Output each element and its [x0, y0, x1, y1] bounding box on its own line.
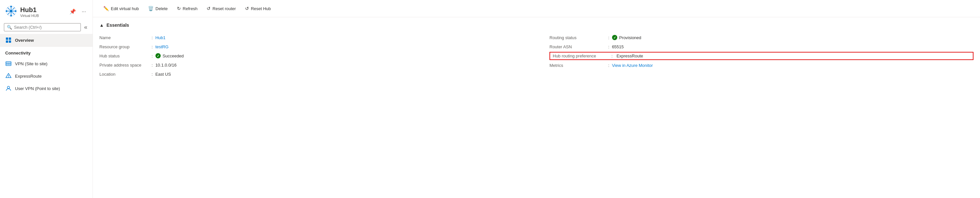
- svg-point-12: [6, 10, 8, 12]
- sidebar-item-label-uservpn: User VPN (Point to site): [15, 86, 60, 91]
- field-label-location: Location: [99, 72, 151, 77]
- vpn-icon: [5, 60, 12, 67]
- hub-icon: [5, 5, 17, 18]
- svg-rect-15: [9, 38, 11, 40]
- field-row-location: Location : East US: [99, 69, 536, 78]
- field-label-name: Name: [99, 35, 151, 40]
- sidebar-item-label-expressroute: ExpressRoute: [15, 74, 42, 78]
- overview-icon: [5, 37, 12, 43]
- toolbar: ✏️ Edit virtual hub 🗑️ Delete ↻ Refresh …: [93, 0, 980, 17]
- edit-virtual-hub-button[interactable]: ✏️ Edit virtual hub: [99, 4, 143, 13]
- search-icon: 🔍: [7, 25, 12, 30]
- svg-rect-14: [6, 38, 8, 40]
- hub-name: Hub1: [20, 6, 65, 14]
- field-label-hub-status: Hub status: [99, 53, 151, 58]
- field-row-private-address: Private address space : 10.1.0.0/16: [99, 60, 536, 69]
- routing-status-checkmark-icon: ✓: [612, 35, 617, 40]
- field-label-resource-group: Resource group: [99, 45, 151, 49]
- field-value-routing-status: ✓ Provisioned: [612, 35, 641, 40]
- sidebar-item-label-vpn: VPN (Site to site): [15, 61, 48, 66]
- collapse-sidebar-button[interactable]: «: [83, 22, 89, 32]
- sidebar: Hub1 Virtual HUB 📌 ··· 🔍 « Overview Conn…: [0, 0, 93, 198]
- svg-rect-20: [6, 64, 8, 65]
- sidebar-item-overview[interactable]: Overview: [0, 34, 92, 46]
- svg-point-13: [15, 10, 17, 12]
- svg-rect-16: [6, 40, 8, 43]
- edit-icon: ✏️: [103, 6, 109, 11]
- field-value-hub-routing-pref: ExpressRoute: [617, 53, 643, 58]
- essentials-right: Routing status : ✓ Provisioned Router AS…: [536, 33, 974, 78]
- search-row: 🔍 «: [0, 21, 92, 34]
- field-label-routing-status: Routing status: [549, 35, 608, 40]
- more-button[interactable]: ···: [81, 8, 88, 15]
- refresh-icon: ↻: [177, 6, 181, 11]
- svg-rect-22: [10, 64, 10, 65]
- essentials-header: ▲ Essentials: [99, 22, 974, 28]
- svg-point-26: [8, 86, 10, 89]
- main-content: ✏️ Edit virtual hub 🗑️ Delete ↻ Refresh …: [93, 0, 980, 198]
- field-value-hub-status: ✓ Succeeded: [156, 53, 184, 58]
- field-label-metrics: Metrics: [549, 63, 608, 68]
- svg-rect-21: [8, 64, 9, 65]
- sidebar-item-label-overview: Overview: [15, 38, 34, 43]
- uservpn-icon: [5, 85, 12, 92]
- sidebar-item-uservpn[interactable]: User VPN (Point to site): [0, 82, 92, 94]
- field-row-metrics: Metrics : View in Azure Monitor: [549, 61, 974, 70]
- essentials-left: Name : Hub1 Resource group : testRG Hub …: [99, 33, 536, 78]
- field-row-router-asn: Router ASN : 65515: [549, 42, 974, 51]
- field-value-resource-group[interactable]: testRG: [156, 45, 169, 49]
- success-checkmark-icon: ✓: [156, 53, 161, 58]
- field-row-hub-routing-pref: Hub routing preference : ExpressRoute: [549, 52, 974, 60]
- sidebar-item-expressroute[interactable]: ExpressRoute: [0, 70, 92, 82]
- essentials-title: Essentials: [107, 22, 129, 28]
- field-label-router-asn: Router ASN: [549, 45, 608, 49]
- essentials-section: ▲ Essentials Name : Hub1 Resource group …: [93, 17, 980, 198]
- field-value-location: East US: [156, 72, 171, 77]
- svg-point-1: [10, 10, 13, 13]
- connectivity-label: Connectivity: [0, 46, 92, 57]
- search-box: 🔍: [4, 23, 81, 31]
- hub-title-block: Hub1 Virtual HUB: [20, 6, 65, 18]
- field-value-private-address: 10.1.0.0/16: [156, 62, 177, 67]
- reset-hub-icon: ↺: [245, 6, 249, 11]
- svg-rect-17: [9, 40, 11, 43]
- svg-point-11: [10, 15, 12, 17]
- field-value-name[interactable]: Hub1: [156, 35, 165, 40]
- sidebar-header: Hub1 Virtual HUB 📌 ···: [0, 0, 92, 21]
- field-row-hub-status: Hub status : ✓ Succeeded: [99, 51, 536, 60]
- field-row-name: Name : Hub1: [99, 33, 536, 42]
- essentials-grid: Name : Hub1 Resource group : testRG Hub …: [99, 33, 974, 78]
- refresh-button[interactable]: ↻ Refresh: [173, 4, 202, 13]
- hub-subtitle: Virtual HUB: [20, 14, 65, 18]
- search-input[interactable]: [14, 25, 78, 30]
- field-label-private-address: Private address space: [99, 62, 151, 67]
- reset-hub-button[interactable]: ↺ Reset Hub: [241, 4, 275, 13]
- svg-point-25: [8, 77, 9, 77]
- reset-router-icon: ↺: [207, 6, 210, 11]
- sidebar-item-vpn[interactable]: VPN (Site to site): [0, 57, 92, 70]
- field-label-hub-routing-pref: Hub routing preference: [553, 53, 611, 58]
- field-row-routing-status: Routing status : ✓ Provisioned: [549, 33, 974, 42]
- delete-icon: 🗑️: [148, 6, 153, 11]
- essentials-collapse-icon[interactable]: ▲: [99, 22, 104, 28]
- delete-button[interactable]: 🗑️ Delete: [144, 4, 172, 13]
- expressroute-icon: [5, 73, 12, 79]
- field-value-router-asn: 65515: [612, 45, 624, 49]
- field-row-resource-group: Resource group : testRG: [99, 42, 536, 51]
- field-value-metrics[interactable]: View in Azure Monitor: [612, 63, 653, 68]
- reset-router-button[interactable]: ↺ Reset router: [203, 4, 240, 13]
- svg-point-10: [10, 6, 12, 8]
- pin-button[interactable]: 📌: [68, 8, 77, 15]
